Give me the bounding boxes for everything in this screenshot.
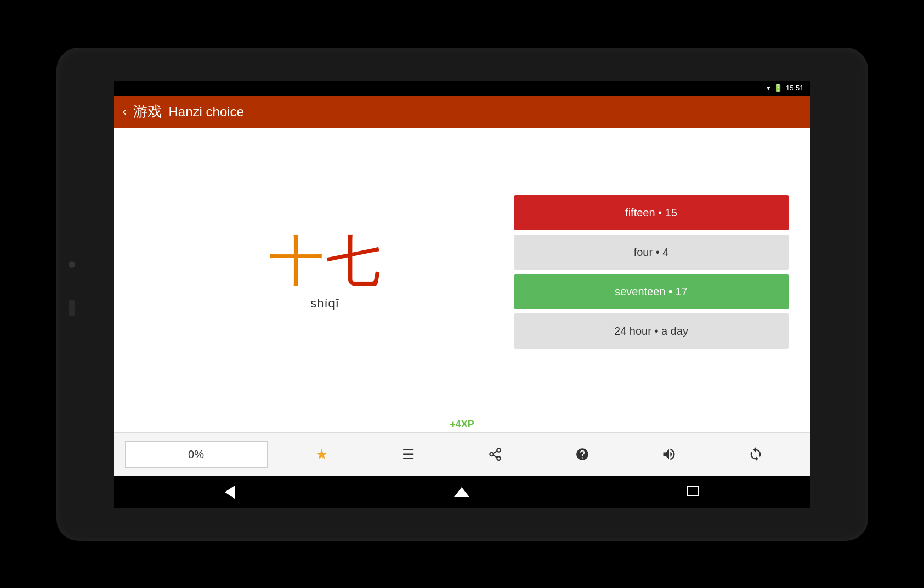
- camera-button: [69, 261, 75, 268]
- svg-line-4: [494, 451, 497, 453]
- tablet-frame: ▾ 🔋 15:51 ‹ 游戏 Hanzi choice 十: [56, 48, 868, 541]
- app-toolbar: ‹ 游戏 Hanzi choice: [114, 96, 810, 128]
- svg-point-1: [490, 453, 494, 456]
- hanzi-section: 十 七 shíqī: [136, 233, 514, 311]
- menu-button[interactable]: ☰: [395, 441, 422, 468]
- sound-button[interactable]: [655, 441, 683, 468]
- tablet-screen: ▾ 🔋 15:51 ‹ 游戏 Hanzi choice 十: [114, 81, 810, 508]
- quiz-area: 十 七 shíqī fifteen • 15 four • 4 seventee…: [114, 128, 810, 416]
- choice-button-1[interactable]: fifteen • 15: [514, 195, 789, 230]
- svg-line-3: [494, 455, 497, 458]
- status-time: 15:51: [786, 84, 804, 92]
- help-button[interactable]: [569, 441, 596, 468]
- toolbar-title-chinese: 游戏: [133, 103, 162, 119]
- svg-point-2: [497, 456, 501, 460]
- hanzi-characters: 十 七: [269, 233, 381, 288]
- status-bar: ▾ 🔋 15:51: [114, 81, 810, 96]
- choice-button-4[interactable]: 24 hour • a day: [514, 313, 789, 349]
- app-container: ‹ 游戏 Hanzi choice 十 七 shíqī: [114, 96, 810, 476]
- star-button[interactable]: ★: [308, 441, 336, 468]
- nav-recents-icon: [689, 488, 699, 496]
- progress-text: 0%: [188, 448, 204, 461]
- nav-home-icon: [454, 487, 469, 497]
- toolbar-title: 游戏 Hanzi choice: [133, 102, 244, 121]
- speaker-button: [69, 300, 75, 316]
- nav-home-button[interactable]: [445, 481, 478, 503]
- share-button[interactable]: [481, 441, 509, 468]
- xp-reward: +4XP: [114, 416, 810, 432]
- refresh-button[interactable]: [742, 441, 769, 468]
- nav-back-icon: [225, 486, 235, 499]
- hanzi-char-orange: 十: [269, 233, 324, 288]
- bottom-toolbar: 0% ★ ☰: [114, 432, 810, 476]
- nav-back-button[interactable]: [213, 481, 246, 503]
- hanzi-char-red: 七: [326, 233, 381, 288]
- nav-recents-button[interactable]: [678, 481, 711, 503]
- battery-icon: 🔋: [774, 84, 783, 92]
- hanzi-pinyin: shíqī: [310, 296, 339, 311]
- choice-button-3[interactable]: seventeen • 17: [514, 274, 789, 309]
- toolbar-actions: ★ ☰: [279, 441, 800, 468]
- main-content: 十 七 shíqī fifteen • 15 four • 4 seventee…: [114, 128, 810, 476]
- progress-bar-container: 0%: [125, 441, 268, 468]
- wifi-icon: ▾: [767, 84, 770, 92]
- choice-button-2[interactable]: four • 4: [514, 235, 789, 270]
- toolbar-title-text: Hanzi choice: [169, 104, 244, 119]
- choices-section: fifteen • 15 four • 4 seventeen • 17 24 …: [514, 195, 789, 349]
- svg-point-0: [497, 448, 501, 452]
- nav-bar: [114, 476, 810, 508]
- back-button[interactable]: ‹: [123, 105, 127, 119]
